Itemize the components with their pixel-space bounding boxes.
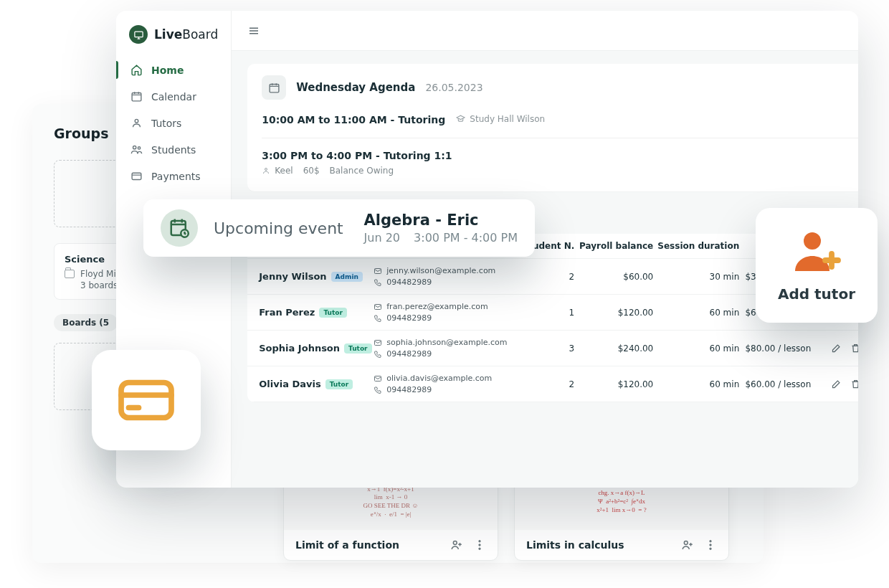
table-row: Olivia DavisTutorolivia.davis@example.co… [247, 366, 858, 402]
sidebar-item-students[interactable]: Students [116, 136, 231, 163]
svg-rect-8 [134, 32, 142, 37]
add-person-icon[interactable] [450, 539, 463, 551]
phone-icon [374, 386, 382, 394]
session-duration: 60 min [653, 343, 739, 354]
svg-point-7 [710, 548, 712, 550]
mail-icon [374, 338, 382, 347]
more-icon[interactable] [704, 539, 717, 551]
tutor-name: Sophia Johnson [259, 343, 340, 354]
agenda-slot: 10:00 AM to 11:00 AM - Tutoring [262, 114, 445, 125]
delete-icon[interactable] [850, 379, 858, 389]
edit-icon[interactable] [831, 379, 842, 389]
agenda-date: 26.05.2023 [425, 82, 482, 93]
sidebar-item-home[interactable]: Home [116, 57, 231, 83]
agenda-person: Keel [275, 166, 293, 176]
student-count: 2 [517, 379, 574, 389]
svg-rect-14 [270, 84, 279, 92]
tutor-name: Olivia Davis [259, 379, 320, 389]
phone-icon [374, 314, 382, 323]
upcoming-event-label: Upcoming event [214, 219, 343, 237]
student-count: 2 [517, 272, 574, 282]
role-tag: Tutor [319, 308, 346, 318]
tutor-name: Jenny Wilson [259, 271, 326, 282]
agenda-location: Study Hall Wilson [470, 114, 545, 124]
add-tutor-button[interactable]: Add tutor [756, 208, 878, 323]
graduation-icon [456, 114, 465, 123]
svg-point-5 [710, 540, 712, 542]
payroll-balance: $120.00 [574, 379, 653, 389]
col-header: Payroll balance [574, 241, 653, 251]
logo[interactable]: LiveBoard [116, 19, 231, 57]
price: $60.00 / lesson [739, 379, 811, 389]
student-count: 1 [517, 308, 574, 318]
upcoming-event-card[interactable]: Upcoming event Algebra - Eric Jun 20 3:0… [143, 199, 535, 257]
payments-callout [92, 350, 201, 450]
svg-rect-9 [132, 93, 141, 101]
svg-point-6 [710, 544, 712, 546]
tutor-name: Fran Perez [259, 307, 315, 318]
upcoming-event-date: Jun 20 [364, 231, 400, 245]
add-person-icon[interactable] [681, 539, 694, 551]
upcoming-event-title: Algebra - Eric [364, 212, 518, 229]
sidebar-item-label: Tutors [151, 118, 181, 129]
svg-point-0 [453, 541, 457, 545]
more-icon[interactable] [473, 539, 486, 551]
svg-point-12 [138, 147, 140, 149]
logo-text-a: Live [154, 27, 182, 42]
sidebar-item-label: Home [151, 65, 184, 76]
calendar-clock-icon [161, 209, 198, 247]
folder-icon [65, 270, 75, 278]
logo-icon [129, 25, 148, 44]
credit-card-icon [115, 375, 177, 425]
svg-point-15 [265, 169, 267, 171]
table-row: Sophia JohnsonTutorsophia.johnson@exampl… [247, 331, 858, 366]
col-header: Session duration [653, 241, 739, 251]
session-duration: 60 min [653, 379, 739, 389]
sidebar-item-label: Calendar [151, 91, 196, 103]
person-icon [262, 166, 270, 175]
sidebar-item-payments[interactable]: Payments [116, 163, 231, 189]
contact-info: sophia.johnson@example.com094482989 [374, 338, 517, 359]
contact-info: fran.perez@example.com094482989 [374, 302, 517, 323]
contact-info: olivia.davis@example.com094482989 [374, 374, 517, 394]
lesson-title: Limits in calculus [526, 539, 624, 551]
upcoming-event-time: 3:00 PM - 4:00 PM [414, 231, 518, 245]
sidebar-item-label: Payments [151, 171, 201, 182]
group-board-count: 3 boards [80, 280, 118, 290]
agenda-card: Wednesday Agenda 26.05.2023 10:00 AM to … [247, 64, 858, 191]
svg-point-11 [133, 146, 136, 149]
mail-icon [374, 267, 382, 275]
svg-rect-34 [121, 383, 171, 418]
svg-point-1 [479, 540, 481, 542]
logo-text-b: Board [182, 27, 218, 42]
menu-icon[interactable] [247, 24, 260, 37]
phone-icon [374, 278, 382, 287]
sidebar-item-calendar[interactable]: Calendar [116, 83, 231, 110]
session-duration: 60 min [653, 308, 739, 318]
svg-point-2 [479, 544, 481, 546]
session-duration: 30 min [653, 272, 739, 282]
calendar-icon [262, 75, 286, 100]
student-count: 3 [517, 343, 574, 354]
mail-icon [374, 303, 382, 311]
sidebar-item-tutors[interactable]: Tutors [116, 110, 231, 136]
svg-point-35 [804, 232, 821, 250]
agenda-slot: 3:00 PM to 4:00 PM - Tutoring 1:1 [262, 150, 858, 161]
boards-chip[interactable]: Boards (5 [54, 314, 118, 331]
payroll-balance: $240.00 [574, 343, 653, 354]
agenda-balance-status: Balance Owing [330, 166, 394, 176]
phone-icon [374, 350, 382, 359]
payroll-balance: $120.00 [574, 308, 653, 318]
agenda-title: Wednesday Agenda [296, 81, 415, 94]
role-tag: Admin [331, 272, 363, 282]
add-person-icon [791, 228, 842, 275]
svg-rect-13 [132, 173, 141, 179]
sidebar-item-label: Students [151, 144, 196, 156]
payroll-balance: $60.00 [574, 272, 653, 282]
edit-icon[interactable] [831, 343, 842, 354]
role-tag: Tutor [344, 343, 371, 354]
delete-icon[interactable] [850, 343, 858, 354]
svg-point-10 [135, 119, 138, 123]
price: $80.00 / lesson [739, 343, 811, 354]
mail-icon [374, 374, 382, 383]
